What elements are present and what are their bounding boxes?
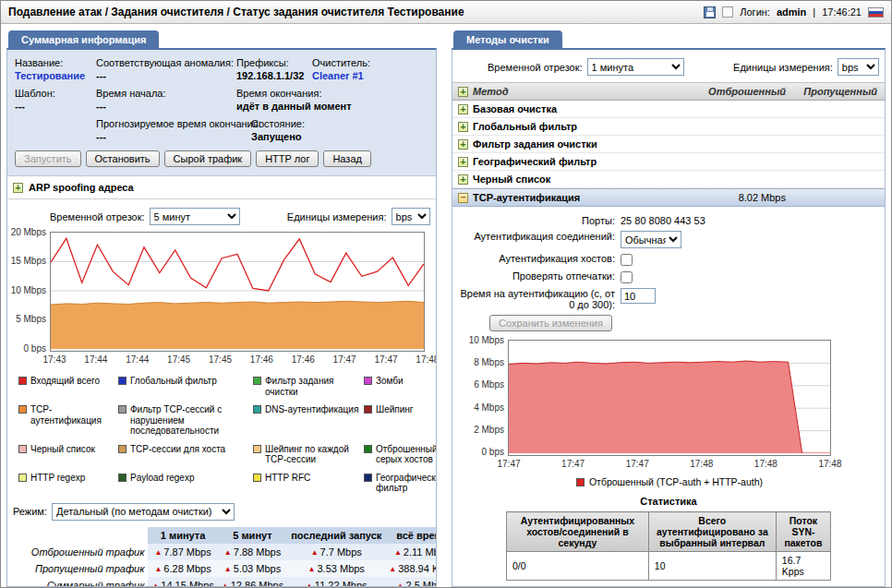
mode-select[interactable]: Детальный (по методам очистки) xyxy=(52,503,235,521)
save-icon[interactable] xyxy=(704,6,716,18)
timeframe-select[interactable]: 5 минут xyxy=(150,208,241,225)
timeframe-label: Временной отрезок: xyxy=(488,62,583,73)
trend-up-icon: ▲ xyxy=(397,582,404,588)
field-state: Состояние: Запущено xyxy=(251,118,428,149)
expand-all-icon[interactable]: + xyxy=(458,87,468,97)
expand-icon[interactable]: + xyxy=(458,157,468,167)
methods-list: +Базовая очистка+Глобальный фильтр+Фильт… xyxy=(452,101,885,188)
arp-section-label: ARP spoofing адреса xyxy=(29,182,134,193)
window-icon[interactable] xyxy=(722,6,733,18)
method-row[interactable]: +Фильтр задания очистки xyxy=(452,136,885,153)
y-axis-labels: 20 Mbps15 Mbps10 Mbps5 Mbps0 bps xyxy=(11,232,50,348)
stats-col-header: последний запуск xyxy=(287,527,385,544)
stats-col-header: 1 минута xyxy=(148,527,217,544)
method-row[interactable]: +Базовая очистка xyxy=(452,101,885,118)
legend-item: TCP-аутентификация xyxy=(18,404,115,437)
units-select[interactable]: bps xyxy=(392,208,430,225)
expand-icon[interactable]: + xyxy=(458,104,468,114)
method-name: Географический фильтр xyxy=(473,156,877,167)
save-changes-button[interactable]: Сохранить изменения xyxy=(489,315,612,331)
units-label: Единицы измерения: xyxy=(733,62,833,73)
methods-chart-controls: Временной отрезок: 1 минута Единицы изме… xyxy=(452,50,885,82)
stats-row-label: Суммарный трафик xyxy=(9,577,148,588)
legend-color-swatch xyxy=(253,445,261,453)
stats-corner xyxy=(9,527,148,544)
conn-auth-select[interactable]: Обычная xyxy=(621,231,681,248)
top-bar: Подавление атак / Задания очистителя / С… xyxy=(1,1,891,24)
raw-traffic-button[interactable]: Сырой трафик xyxy=(164,150,252,167)
legend-label: Шейпинг xyxy=(376,404,413,415)
methods-panel: Методы очистки Временной отрезок: 1 мину… xyxy=(452,30,886,587)
traffic-chart-plot xyxy=(50,232,425,352)
trend-up-icon: ▲ xyxy=(154,548,162,557)
expand-icon[interactable]: + xyxy=(13,183,23,193)
start-button[interactable]: Запустить xyxy=(15,150,81,167)
legend-color-swatch xyxy=(253,377,261,385)
dropped-column-header: Отброшенный xyxy=(699,86,786,97)
legend-color-swatch xyxy=(18,377,27,385)
method-name: Базовая очистка xyxy=(473,103,877,114)
method-row[interactable]: +Черный список xyxy=(452,171,885,188)
fingerprint-label: Проверять отпечатки: xyxy=(452,270,621,282)
legend-label: Фильтр TCP-сессий с нарушением последова… xyxy=(130,404,249,437)
fingerprint-checkbox[interactable] xyxy=(621,271,633,283)
expand-icon[interactable]: + xyxy=(458,122,468,132)
top-bar-right: Логин: admin | 17:46:21 xyxy=(704,6,884,18)
method-row[interactable]: +Географический фильтр xyxy=(452,153,885,171)
field-label: Префиксы: xyxy=(236,57,308,68)
tcp-auth-stats-table: Аутентифицированных хостов/соединений в … xyxy=(506,511,831,581)
legend-item: Зомби xyxy=(364,376,437,397)
host-auth-label: Аутентификация хостов: xyxy=(452,253,621,264)
method-row-tcp-auth[interactable]: − TCP-аутентификация 8.02 Mbps xyxy=(452,188,885,207)
summary-panel: Суммарная информация Название: Тестирова… xyxy=(6,30,437,587)
field-value: --- xyxy=(96,101,233,112)
stats-value-cell: ▲388.94 Kbps xyxy=(385,560,437,577)
legend-color-swatch xyxy=(364,405,372,414)
tcp-auth-chart-plot xyxy=(508,340,831,456)
field-eta: Прогнозируемое время окончания: --- xyxy=(96,118,251,149)
mode-row: Режим: Детальный (по методам очистки) xyxy=(7,499,436,527)
trend-up-icon: ▲ xyxy=(222,582,229,588)
legend-label: TCP-сессии для хоста xyxy=(130,444,225,455)
summary-chart-controls: Временной отрезок: 5 минут Единицы измер… xyxy=(7,199,436,232)
stats-value-cell: ▲2.5 Mbps xyxy=(385,577,437,588)
http-log-button[interactable]: HTTP лог xyxy=(256,150,319,167)
y-axis-labels: 10 Mbps8 Mbps6 Mbps4 Mbps2 Mbps0 bps xyxy=(460,340,508,452)
expand-icon[interactable]: + xyxy=(458,139,468,150)
x-axis-labels: 17:4317:4417:4417:4517:4517:4617:4617:47… xyxy=(54,352,428,368)
method-column-header: Метод xyxy=(473,86,694,97)
clock: 17:46:21 xyxy=(822,6,862,18)
host-auth-checkbox[interactable] xyxy=(621,254,633,266)
field-name: Название: Тестирование xyxy=(15,57,96,88)
stats-col-header: Поток SYN-пакетов xyxy=(776,512,830,552)
stats-col-header: Всего аутентифицировано за выбранный инт… xyxy=(648,512,776,552)
cleaner-link[interactable]: Cleaner #1 xyxy=(312,70,425,81)
stats-value-cell: ▲12.86 Mbps xyxy=(218,577,287,588)
tab-methods[interactable]: Методы очистки xyxy=(453,30,562,48)
legend-label: HTTP RFC xyxy=(265,473,310,484)
stats-value-cell: ▲5.03 Mbps xyxy=(218,560,287,577)
trend-up-icon: ▲ xyxy=(224,548,232,557)
task-name-link[interactable]: Тестирование xyxy=(15,70,92,81)
legend-item: Фильтр задания очистки xyxy=(253,376,360,397)
stats-value-cell: 16.7 Kpps xyxy=(776,552,830,581)
method-row[interactable]: +Глобальный фильтр xyxy=(452,118,885,136)
units-select[interactable]: bps xyxy=(838,58,879,76)
tab-summary[interactable]: Суммарная информация xyxy=(8,30,159,48)
legend-color-swatch xyxy=(253,474,261,482)
expand-icon[interactable]: + xyxy=(458,174,468,185)
field-value: идёт в данный момент xyxy=(236,101,425,112)
legend-color-swatch xyxy=(18,445,27,453)
collapse-icon[interactable]: − xyxy=(458,193,468,203)
arp-spoofing-section[interactable]: + ARP spoofing адреса xyxy=(7,176,436,199)
legend-item: Глобальный фильтр xyxy=(118,376,249,397)
auth-time-input[interactable] xyxy=(621,288,656,304)
timeframe-select[interactable]: 1 минута xyxy=(587,58,684,76)
stop-button[interactable]: Остановить xyxy=(86,150,160,167)
back-button[interactable]: Назад xyxy=(323,150,371,167)
stats-value-cell: ▲6.28 Mbps xyxy=(148,560,217,577)
russian-flag-icon[interactable] xyxy=(868,7,884,18)
task-buttons: Запустить Остановить Сырой трафик HTTP л… xyxy=(15,149,428,170)
field-label: Соответствующая аномалия: xyxy=(96,57,233,68)
legend-item: Фильтр TCP-сессий с нарушением последова… xyxy=(118,404,249,437)
